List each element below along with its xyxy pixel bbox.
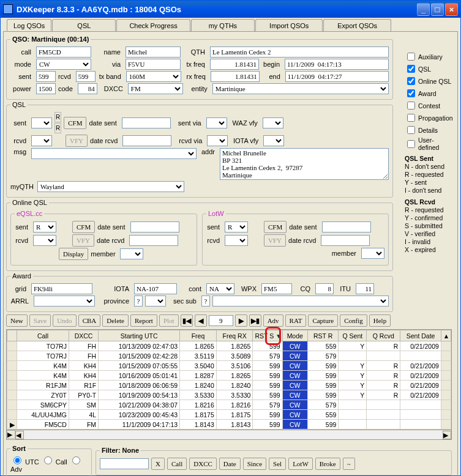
mode-select[interactable]: CW <box>36 59 91 70</box>
filter-lotw-button[interactable]: LotW <box>288 458 313 470</box>
date-sent-field[interactable] <box>122 117 171 128</box>
cont-select[interactable]: NA <box>206 283 234 294</box>
new-button[interactable]: New <box>6 314 28 327</box>
tab-qsl[interactable]: QSL <box>52 19 116 31</box>
hscroll-right[interactable]: ▶ <box>443 431 451 439</box>
eqsl-member-select[interactable] <box>120 248 143 259</box>
table-row[interactable]: K4MKH410/15/2009 07:05:553.50403.5106599… <box>7 361 451 371</box>
secsub-field[interactable] <box>201 296 210 307</box>
rcvd-via-select[interactable] <box>207 135 228 146</box>
eqsl-date-rcvd[interactable] <box>129 235 178 246</box>
dxcc-select[interactable]: FM <box>128 83 183 94</box>
delete-button[interactable]: Delete <box>102 314 129 327</box>
sent-field[interactable] <box>36 71 56 82</box>
chk-propagation[interactable]: Propagation <box>405 112 454 124</box>
table-row[interactable]: 4L/UU4JMG4L10/23/2009 00:45:431.81751.81… <box>7 410 451 420</box>
lotw-date-rcvd[interactable] <box>321 235 370 246</box>
txfreq-field[interactable] <box>210 59 259 70</box>
filter-broke-button[interactable]: Broke <box>315 458 340 470</box>
province-select[interactable] <box>145 296 166 307</box>
table-row[interactable]: ZY0TPY0-T10/19/2009 00:54:133.53303.5330… <box>7 390 451 400</box>
sort-call[interactable]: Call <box>41 458 67 466</box>
nav-next[interactable]: ▶ <box>235 314 247 327</box>
lotw-cfm-button[interactable]: CFM <box>264 221 287 233</box>
record-field[interactable] <box>209 315 233 326</box>
qsl-sent-select[interactable] <box>31 117 52 128</box>
col-mode[interactable]: Mode <box>282 330 307 341</box>
secsub-select[interactable] <box>212 296 389 307</box>
table-row[interactable]: ▶FM5CDFM11/1/2009 04:17:131.81431.814359… <box>7 420 451 430</box>
msg-select[interactable] <box>31 148 197 159</box>
col-rst r[interactable]: RST R <box>307 330 338 341</box>
lotw-date-sent[interactable] <box>322 221 371 232</box>
grid-field[interactable] <box>31 283 92 294</box>
via-field[interactable] <box>126 59 181 70</box>
undo-button[interactable]: Undo <box>53 314 76 327</box>
table-row[interactable]: TO7RJFH10/15/2009 02:42:283.51193.508957… <box>7 351 451 361</box>
nav-first[interactable]: ▮◀ <box>181 314 193 327</box>
col-freq rx[interactable]: Freq RX <box>216 330 253 341</box>
myqth-select[interactable]: Wayland <box>37 181 184 192</box>
sent-via-select[interactable] <box>206 117 227 128</box>
lotw-member-select[interactable] <box>361 248 384 259</box>
call-field[interactable] <box>36 46 91 58</box>
adv-button[interactable]: Adv <box>263 314 283 327</box>
col-dxcc[interactable]: DXCC <box>69 330 98 341</box>
filter-dxcc-button[interactable]: DXCC <box>189 458 217 470</box>
vscroll-up[interactable]: ▲ <box>441 330 451 341</box>
nav-last[interactable]: ▶▮ <box>249 314 261 327</box>
r-button-2[interactable]: R <box>54 123 61 133</box>
minimize-button[interactable]: _ <box>417 3 430 16</box>
name-field[interactable] <box>126 46 181 58</box>
sort-utc[interactable]: UTC <box>10 458 39 466</box>
r-button-1[interactable]: R <box>54 112 61 122</box>
rcvd-field[interactable] <box>76 71 96 82</box>
report-button[interactable]: Report <box>130 314 157 327</box>
end-field[interactable] <box>285 71 389 82</box>
eqsl-vfy-button[interactable]: VFY <box>72 234 94 247</box>
table-row[interactable]: SM6CPYSM10/21/2009 04:38:071.82161.82165… <box>7 400 451 410</box>
hscroll-left[interactable]: ◀ <box>15 431 24 439</box>
hscrollbar[interactable] <box>24 431 443 439</box>
filter-tilde-button[interactable]: ~ <box>343 458 355 470</box>
filter-date-button[interactable]: Date <box>219 458 241 470</box>
wpx-field[interactable] <box>261 283 292 294</box>
eqsl-display-button[interactable]: Display <box>59 248 88 260</box>
chk-online-qsl[interactable]: Online QSL <box>405 75 454 87</box>
table-row[interactable]: K4MKH410/16/2009 05:01:411.82871.8265599… <box>7 371 451 381</box>
col-q sent[interactable]: Q Sent <box>339 330 367 341</box>
date-rcvd-field[interactable] <box>122 135 171 146</box>
chk-award[interactable]: Award <box>405 87 454 99</box>
cq-field[interactable] <box>315 283 334 294</box>
iota-field[interactable] <box>134 283 177 294</box>
lotw-rcvd-select[interactable] <box>225 235 248 246</box>
filter-field[interactable] <box>100 458 149 469</box>
lotw-vfy-button[interactable]: VFY <box>264 234 286 247</box>
begin-field[interactable] <box>285 59 389 70</box>
chk-user-defined[interactable]: User-defined <box>405 136 454 151</box>
qsl-rcvd-select[interactable] <box>31 135 52 146</box>
tab-my-qths[interactable]: my QTHs <box>191 19 255 31</box>
maximize-button[interactable]: □ <box>431 3 444 16</box>
txband-select[interactable]: 160M <box>126 71 181 82</box>
col-q rcvd[interactable]: Q Rcvd <box>367 330 400 341</box>
iota-vfy-select[interactable] <box>263 135 284 146</box>
filter-x-button[interactable]: X <box>151 458 165 470</box>
col-rst s[interactable]: RST S ▼ <box>253 330 282 341</box>
col-sent date[interactable]: Sent Date <box>400 330 441 341</box>
rxfreq-field[interactable] <box>211 71 260 82</box>
eqsl-sent-select[interactable]: R <box>33 221 56 232</box>
row-selector[interactable]: ▶ <box>7 430 15 439</box>
help-button[interactable]: Help <box>369 314 391 327</box>
tab-import-qsos[interactable]: Import QSOs <box>255 19 323 31</box>
vfy-button[interactable]: VFY <box>66 135 88 147</box>
arrl-select[interactable] <box>34 296 95 307</box>
tab-check-progress[interactable]: Check Progress <box>116 19 190 31</box>
chk-auxiliary[interactable]: Auxiliary <box>405 51 454 62</box>
close-button[interactable]: × <box>445 3 458 16</box>
filter-sel-button[interactable]: Sel <box>269 458 286 470</box>
eqsl-rcvd-select[interactable] <box>33 235 56 246</box>
col-call[interactable]: Call <box>17 330 69 341</box>
chk-contest[interactable]: Contest <box>405 100 454 111</box>
addr-field[interactable]: Michel Brunelle BP 321 Le Lamentin Cedex… <box>220 148 389 180</box>
